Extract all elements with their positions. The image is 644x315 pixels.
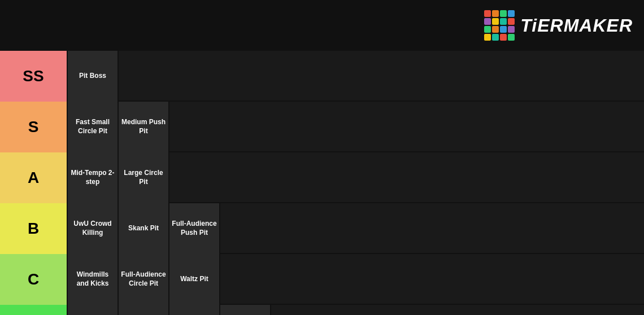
tier-row-s: S Fast Small Circle Pit Medium Push Pit [0, 102, 644, 152]
tier-row-a: A Mid-Tempo 2-step Large Circle Pit [0, 152, 644, 203]
tiermaker-container: TiERMAKER SS Pit Boss S Fast Small Circl… [0, 0, 644, 315]
list-item: Medium Push Pit [119, 102, 169, 152]
tier-items-c: Windmills and Kicks Full-Audience Circle… [68, 254, 644, 304]
list-item: Pit Boss [68, 51, 119, 102]
list-item: Waltz Pit [169, 254, 220, 305]
tier-row-d: D Crowd Killing Crowd Surfing and Stage … [0, 305, 644, 315]
empty-area-d [271, 305, 644, 315]
tier-label-c: C [0, 254, 68, 305]
list-item: Full-Audience Push Pit [169, 203, 220, 254]
tier-label-b: B [0, 203, 68, 254]
tier-row-c: C Windmills and Kicks Full-Audience Circ… [0, 254, 644, 305]
list-item: Crowd Surfing and Stage Dives [119, 305, 169, 315]
header: TiERMAKER [0, 0, 644, 51]
list-item: Skank Pit [119, 203, 169, 254]
list-item: Windmills and Kicks [68, 254, 119, 305]
tier-label-d: D [0, 305, 68, 315]
list-item: Crowd Killing [68, 305, 119, 315]
list-item: Fast Small Circle Pit [68, 102, 119, 152]
empty-area-c [220, 254, 644, 304]
list-item: UwU Crowd Killing [68, 203, 119, 254]
list-item: Full-Audience Circle Pit [119, 254, 169, 305]
list-item: Large Circle Pit [119, 152, 169, 203]
tier-items-b: UwU Crowd Killing Skank Pit Full-Audienc… [68, 203, 644, 253]
tier-items-ss: Pit Boss [68, 51, 644, 100]
logo-grid-icon [484, 10, 515, 41]
empty-area-a [169, 152, 644, 202]
empty-area-s [169, 102, 644, 151]
empty-area-ss [119, 51, 644, 100]
empty-area-b [220, 203, 644, 253]
tiers-wrapper: SS Pit Boss S Fast Small Circle Pit Medi… [0, 51, 644, 315]
list-item: Small Push Pit [169, 305, 220, 315]
tier-label-s: S [0, 102, 68, 152]
tier-row-b: B UwU Crowd Killing Skank Pit Full-Audie… [0, 203, 644, 254]
tier-items-s: Fast Small Circle Pit Medium Push Pit [68, 102, 644, 151]
logo-area: TiERMAKER [484, 10, 633, 41]
logo-text: TiERMAKER [520, 15, 633, 36]
tier-items-a: Mid-Tempo 2-step Large Circle Pit [68, 152, 644, 202]
tier-row-ss: SS Pit Boss [0, 51, 644, 102]
list-item: Wall of Death [220, 305, 271, 315]
tier-items-d: Crowd Killing Crowd Surfing and Stage Di… [68, 305, 644, 315]
tier-label-a: A [0, 152, 68, 203]
list-item: Mid-Tempo 2-step [68, 152, 119, 203]
tier-label-ss: SS [0, 51, 68, 102]
